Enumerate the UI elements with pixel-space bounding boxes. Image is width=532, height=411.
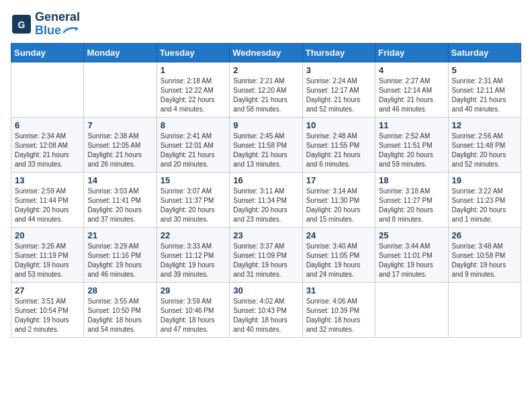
- calendar-cell: 23Sunrise: 3:37 AM Sunset: 11:09 PM Dayl…: [230, 227, 302, 282]
- day-number: 22: [161, 230, 226, 240]
- calendar-cell: 15Sunrise: 3:07 AM Sunset: 11:37 PM Dayl…: [157, 172, 229, 227]
- day-number: 20: [15, 230, 80, 240]
- day-info: Sunrise: 2:41 AM Sunset: 12:01 AM Daylig…: [161, 132, 226, 169]
- day-number: 31: [306, 285, 371, 295]
- logo-text-bottom: Blue: [35, 24, 80, 38]
- header: G General Blue: [11, 11, 521, 38]
- calendar-cell: [448, 282, 521, 337]
- weekday-header-wednesday: Wednesday: [230, 43, 302, 62]
- day-info: Sunrise: 3:48 AM Sunset: 10:58 PM Daylig…: [452, 242, 517, 279]
- weekday-header-friday: Friday: [375, 43, 448, 62]
- day-number: 16: [233, 175, 298, 185]
- calendar-cell: 19Sunrise: 3:22 AM Sunset: 11:23 PM Dayl…: [448, 172, 521, 227]
- calendar-cell: 3Sunrise: 2:24 AM Sunset: 12:17 AM Dayli…: [302, 62, 375, 117]
- day-number: 19: [452, 175, 517, 185]
- calendar-cell: 24Sunrise: 3:40 AM Sunset: 11:05 PM Dayl…: [302, 227, 375, 282]
- weekday-header-thursday: Thursday: [302, 43, 375, 62]
- day-number: 15: [161, 175, 226, 185]
- day-number: 29: [161, 285, 226, 295]
- calendar-cell: 9Sunrise: 2:45 AM Sunset: 11:58 PM Dayli…: [230, 117, 302, 172]
- day-info: Sunrise: 3:37 AM Sunset: 11:09 PM Daylig…: [233, 242, 298, 279]
- calendar-table: SundayMondayTuesdayWednesdayThursdayFrid…: [11, 43, 521, 338]
- calendar-cell: 5Sunrise: 2:31 AM Sunset: 12:11 AM Dayli…: [448, 62, 521, 117]
- calendar-cell: 21Sunrise: 3:29 AM Sunset: 11:16 PM Dayl…: [84, 227, 157, 282]
- svg-text:G: G: [18, 19, 26, 30]
- calendar-cell: [11, 62, 84, 117]
- day-info: Sunrise: 3:11 AM Sunset: 11:34 PM Daylig…: [233, 187, 298, 224]
- day-info: Sunrise: 3:59 AM Sunset: 10:46 PM Daylig…: [161, 297, 226, 334]
- weekday-header-sunday: Sunday: [11, 43, 84, 62]
- day-number: 11: [379, 120, 444, 130]
- day-info: Sunrise: 3:07 AM Sunset: 11:37 PM Daylig…: [161, 187, 226, 224]
- weekday-header-tuesday: Tuesday: [157, 43, 229, 62]
- calendar-cell: 14Sunrise: 3:03 AM Sunset: 11:41 PM Dayl…: [84, 172, 157, 227]
- day-number: 28: [87, 285, 152, 295]
- day-info: Sunrise: 2:31 AM Sunset: 12:11 AM Daylig…: [452, 77, 517, 114]
- calendar-cell: 29Sunrise: 3:59 AM Sunset: 10:46 PM Dayl…: [157, 282, 229, 337]
- day-number: 9: [233, 120, 298, 130]
- day-number: 13: [15, 175, 80, 185]
- day-info: Sunrise: 3:55 AM Sunset: 10:50 PM Daylig…: [87, 297, 152, 334]
- week-row-4: 20Sunrise: 3:26 AM Sunset: 11:19 PM Dayl…: [11, 227, 521, 282]
- logo-icon: G: [11, 13, 32, 35]
- day-number: 12: [452, 120, 517, 130]
- week-row-3: 13Sunrise: 2:59 AM Sunset: 11:44 PM Dayl…: [11, 172, 521, 227]
- logo-swoosh: [63, 26, 78, 36]
- day-number: 18: [379, 175, 444, 185]
- day-info: Sunrise: 2:38 AM Sunset: 12:05 AM Daylig…: [87, 132, 152, 169]
- day-info: Sunrise: 3:44 AM Sunset: 11:01 PM Daylig…: [379, 242, 444, 279]
- day-number: 14: [87, 175, 152, 185]
- day-info: Sunrise: 2:24 AM Sunset: 12:17 AM Daylig…: [306, 77, 371, 114]
- day-info: Sunrise: 3:26 AM Sunset: 11:19 PM Daylig…: [15, 242, 80, 279]
- calendar-cell: 12Sunrise: 2:56 AM Sunset: 11:48 PM Dayl…: [448, 117, 521, 172]
- day-number: 10: [306, 120, 371, 130]
- day-number: 4: [379, 65, 444, 75]
- calendar-cell: 8Sunrise: 2:41 AM Sunset: 12:01 AM Dayli…: [157, 117, 229, 172]
- day-info: Sunrise: 3:22 AM Sunset: 11:23 PM Daylig…: [452, 187, 517, 224]
- day-number: 25: [379, 230, 444, 240]
- day-number: 5: [452, 65, 517, 75]
- weekday-header-saturday: Saturday: [448, 43, 521, 62]
- calendar-cell: 30Sunrise: 4:02 AM Sunset: 10:43 PM Dayl…: [230, 282, 302, 337]
- day-info: Sunrise: 3:29 AM Sunset: 11:16 PM Daylig…: [87, 242, 152, 279]
- day-number: 6: [15, 120, 80, 130]
- day-number: 8: [161, 120, 226, 130]
- calendar-cell: 1Sunrise: 2:18 AM Sunset: 12:22 AM Dayli…: [157, 62, 229, 117]
- day-number: 1: [161, 65, 226, 75]
- day-info: Sunrise: 2:27 AM Sunset: 12:14 AM Daylig…: [379, 77, 444, 114]
- day-info: Sunrise: 3:18 AM Sunset: 11:27 PM Daylig…: [379, 187, 444, 224]
- page-container: G General Blue SundayMond: [11, 11, 521, 338]
- calendar-cell: 13Sunrise: 2:59 AM Sunset: 11:44 PM Dayl…: [11, 172, 84, 227]
- day-info: Sunrise: 2:48 AM Sunset: 11:55 PM Daylig…: [306, 132, 371, 169]
- week-row-1: 1Sunrise: 2:18 AM Sunset: 12:22 AM Dayli…: [11, 62, 521, 117]
- day-info: Sunrise: 2:45 AM Sunset: 11:58 PM Daylig…: [233, 132, 298, 169]
- week-row-2: 6Sunrise: 2:34 AM Sunset: 12:08 AM Dayli…: [11, 117, 521, 172]
- day-info: Sunrise: 2:21 AM Sunset: 12:20 AM Daylig…: [233, 77, 298, 114]
- day-number: 21: [87, 230, 152, 240]
- calendar-cell: 11Sunrise: 2:52 AM Sunset: 11:51 PM Dayl…: [375, 117, 448, 172]
- calendar-cell: 28Sunrise: 3:55 AM Sunset: 10:50 PM Dayl…: [84, 282, 157, 337]
- calendar-cell: 4Sunrise: 2:27 AM Sunset: 12:14 AM Dayli…: [375, 62, 448, 117]
- week-row-5: 27Sunrise: 3:51 AM Sunset: 10:54 PM Dayl…: [11, 282, 521, 337]
- day-info: Sunrise: 2:52 AM Sunset: 11:51 PM Daylig…: [379, 132, 444, 169]
- day-number: 30: [233, 285, 298, 295]
- day-number: 26: [452, 230, 517, 240]
- day-number: 27: [15, 285, 80, 295]
- calendar-cell: 26Sunrise: 3:48 AM Sunset: 10:58 PM Dayl…: [448, 227, 521, 282]
- day-info: Sunrise: 2:18 AM Sunset: 12:22 AM Daylig…: [161, 77, 226, 114]
- calendar-cell: 18Sunrise: 3:18 AM Sunset: 11:27 PM Dayl…: [375, 172, 448, 227]
- calendar-cell: 2Sunrise: 2:21 AM Sunset: 12:20 AM Dayli…: [230, 62, 302, 117]
- calendar-cell: [84, 62, 157, 117]
- day-info: Sunrise: 3:40 AM Sunset: 11:05 PM Daylig…: [306, 242, 371, 279]
- logo: G General Blue: [11, 11, 80, 38]
- calendar-cell: 16Sunrise: 3:11 AM Sunset: 11:34 PM Dayl…: [230, 172, 302, 227]
- day-number: 23: [233, 230, 298, 240]
- day-number: 3: [306, 65, 371, 75]
- day-info: Sunrise: 3:51 AM Sunset: 10:54 PM Daylig…: [15, 297, 80, 334]
- day-info: Sunrise: 2:56 AM Sunset: 11:48 PM Daylig…: [452, 132, 517, 169]
- calendar-cell: 10Sunrise: 2:48 AM Sunset: 11:55 PM Dayl…: [302, 117, 375, 172]
- svg-marker-2: [75, 27, 78, 31]
- day-number: 17: [306, 175, 371, 185]
- day-info: Sunrise: 3:03 AM Sunset: 11:41 PM Daylig…: [87, 187, 152, 224]
- calendar-cell: 25Sunrise: 3:44 AM Sunset: 11:01 PM Dayl…: [375, 227, 448, 282]
